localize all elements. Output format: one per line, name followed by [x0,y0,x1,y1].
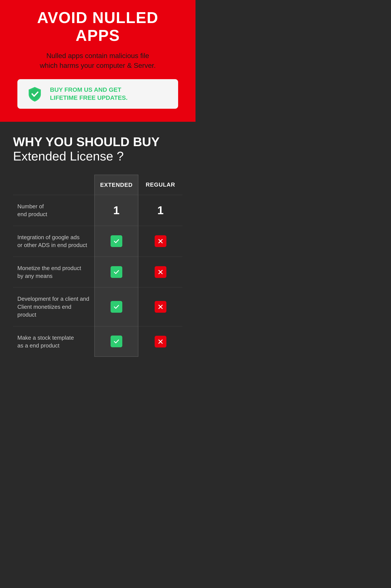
table-row: Number ofend product11 [13,195,183,226]
check-icon [110,235,122,247]
col-feature-header [13,175,94,195]
cta-card: BUY FROM US AND GET LIFETIME FREE UPDATE… [17,79,178,109]
extended-number: 1 [113,204,119,217]
cta-text: BUY FROM US AND GET LIFETIME FREE UPDATE… [50,86,127,102]
regular-cell: 1 [138,195,183,226]
regular-cell [138,287,183,326]
extended-cell [94,257,138,288]
regular-cell [138,226,183,257]
check-icon [110,301,122,313]
feature-cell: Number ofend product [13,195,94,226]
why-subtitle: Extended License ? [13,148,183,164]
regular-number: 1 [157,204,164,217]
cross-icon [155,336,166,347]
check-icon [110,266,122,278]
feature-cell: Make a stock templateas a end product [13,326,94,357]
extended-cell [94,287,138,326]
col-regular-header: REGULAR [138,175,183,195]
top-section: AVOID NULLED APPS Nulled apps contain ma… [0,0,196,122]
extended-cell [94,226,138,257]
avoid-title: AVOID NULLED APPS [13,9,183,44]
feature-cell: Development for a client andClient monet… [13,287,94,326]
regular-cell [138,326,183,357]
feature-cell: Integration of google adsor other ADS in… [13,226,94,257]
subtitle-text: Nulled apps contain malicious file which… [13,51,183,70]
check-icon [110,335,122,347]
extended-cell: 1 [94,195,138,226]
col-extended-header: EXTENDED [94,175,138,195]
regular-cell [138,257,183,288]
dark-section: WHY YOU SHOULD BUY Extended License ? EX… [0,122,196,366]
comparison-table: EXTENDED REGULAR Number ofend product11I… [13,175,183,357]
extended-cell [94,326,138,357]
table-row: Monetize the end productby any means [13,257,183,288]
feature-cell: Monetize the end productby any means [13,257,94,288]
table-row: Integration of google adsor other ADS in… [13,226,183,257]
cross-icon [155,301,166,313]
cross-icon [155,266,166,278]
why-title: WHY YOU SHOULD BUY [13,135,183,149]
shield-icon [26,85,43,103]
table-header-row: EXTENDED REGULAR [13,175,183,195]
table-row: Make a stock templateas a end product [13,326,183,357]
cross-icon [155,235,166,247]
table-row: Development for a client andClient monet… [13,287,183,326]
